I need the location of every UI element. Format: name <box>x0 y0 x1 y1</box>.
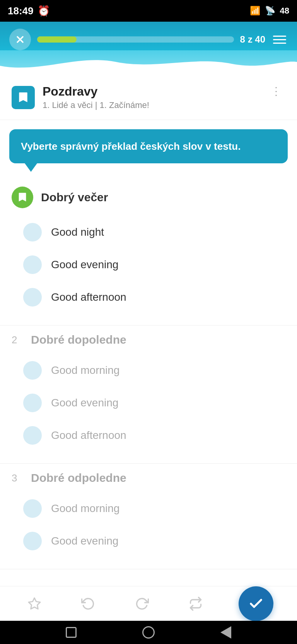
android-nav <box>0 621 297 644</box>
status-bar: 18:49 ⏰ 📶 📡 48 <box>0 0 297 22</box>
question-section-2: 2 Dobré dopoledne Good morning Good even… <box>0 325 297 464</box>
lesson-header: Pozdravy 1. Lidé a věci | 1. Začínáme! ⋮ <box>0 74 297 120</box>
more-button[interactable]: ⋮ <box>268 84 285 98</box>
android-home-button[interactable] <box>142 626 155 639</box>
signal-icon: 📶 <box>250 6 260 16</box>
option-q3-2-label: Good evening <box>51 535 118 547</box>
option-q1-3-radio[interactable] <box>23 288 42 307</box>
question-2-word: Dobré dopoledne <box>31 333 126 346</box>
option-q1-1-label: Good night <box>51 226 104 238</box>
option-q3-2-radio[interactable] <box>23 532 42 550</box>
option-q1-1-radio[interactable] <box>23 223 42 242</box>
question-3-header: 3 Dobré odpoledne <box>12 471 285 485</box>
option-q1-1[interactable]: Good night <box>19 216 285 248</box>
forward-button[interactable] <box>131 593 153 615</box>
lesson-title: Pozdravy <box>43 84 149 99</box>
option-q1-2[interactable]: Good evening <box>19 248 285 281</box>
lesson-text: Pozdravy 1. Lidé a věci | 1. Začínáme! <box>43 84 149 110</box>
android-back-button[interactable] <box>220 626 231 639</box>
option-q3-1[interactable]: Good morning <box>19 492 285 525</box>
progress-bar <box>37 36 234 43</box>
alarm-icon: ⏰ <box>38 5 50 17</box>
option-q2-2-label: Good evening <box>51 397 118 409</box>
lesson-info: Pozdravy 1. Lidé a věci | 1. Začínáme! <box>12 84 149 110</box>
option-q3-1-radio[interactable] <box>23 499 42 518</box>
instruction-container: Vyberte správný překlad českých slov v t… <box>0 120 297 167</box>
question-1-word: Dobrý večer <box>41 191 108 204</box>
progress-text: 8 z 40 <box>240 34 265 45</box>
option-q2-2-radio[interactable] <box>23 394 42 412</box>
instruction-text: Vyberte správný překlad českých slov v t… <box>21 140 241 152</box>
question-1-icon <box>12 187 33 208</box>
option-q3-1-label: Good morning <box>51 502 119 515</box>
option-q1-2-label: Good evening <box>51 259 118 271</box>
wave-decoration <box>0 50 297 74</box>
close-button[interactable] <box>9 29 31 50</box>
option-q2-3-label: Good afternoon <box>51 429 126 442</box>
lesson-bookmark-icon <box>12 86 35 109</box>
option-q2-3-radio[interactable] <box>23 426 42 445</box>
option-q2-3[interactable]: Good afternoon <box>19 419 285 452</box>
option-q2-1[interactable]: Good morning <box>19 354 285 387</box>
svg-marker-2 <box>29 598 40 609</box>
option-q1-2-radio[interactable] <box>23 255 42 274</box>
question-2-header: 2 Dobré dopoledne <box>12 333 285 346</box>
question-2-options: Good morning Good evening Good afternoon <box>12 354 285 452</box>
android-square-button[interactable] <box>66 627 77 638</box>
option-q1-3[interactable]: Good afternoon <box>19 281 285 313</box>
rewind-button[interactable] <box>77 593 99 615</box>
progress-fill <box>37 36 77 43</box>
option-q2-2[interactable]: Good evening <box>19 387 285 419</box>
star-button[interactable] <box>24 593 45 615</box>
question-1-options: Good night Good evening Good afternoon <box>12 216 285 313</box>
question-section-3: 3 Dobré odpoledne Good morning Good even… <box>0 464 297 569</box>
question-3-num: 3 <box>12 472 23 484</box>
menu-button[interactable] <box>271 34 288 45</box>
question-section-1: Dobrý večer Good night Good evening Good… <box>0 179 297 325</box>
question-1-header: Dobrý večer <box>12 187 285 208</box>
option-q2-1-radio[interactable] <box>23 361 42 380</box>
instruction-bubble: Vyberte správný překlad českých slov v t… <box>9 129 288 163</box>
option-q2-1-label: Good morning <box>51 364 119 377</box>
question-3-options: Good morning Good evening <box>12 492 285 557</box>
battery-icon: 48 <box>280 6 289 16</box>
status-time: 18:49 <box>8 5 34 17</box>
question-3-word: Dobré odpoledne <box>31 471 126 485</box>
questions-container: Dobrý večer Good night Good evening Good… <box>0 167 297 631</box>
option-q3-2[interactable]: Good evening <box>19 525 285 557</box>
submit-button[interactable] <box>239 586 273 621</box>
bottom-toolbar <box>0 586 297 621</box>
repeat-button[interactable] <box>185 593 207 615</box>
question-2-num: 2 <box>12 334 23 346</box>
option-q1-3-label: Good afternoon <box>51 291 126 303</box>
wifi-icon: 📡 <box>265 6 275 16</box>
lesson-subtitle: 1. Lidé a věci | 1. Začínáme! <box>43 100 149 110</box>
